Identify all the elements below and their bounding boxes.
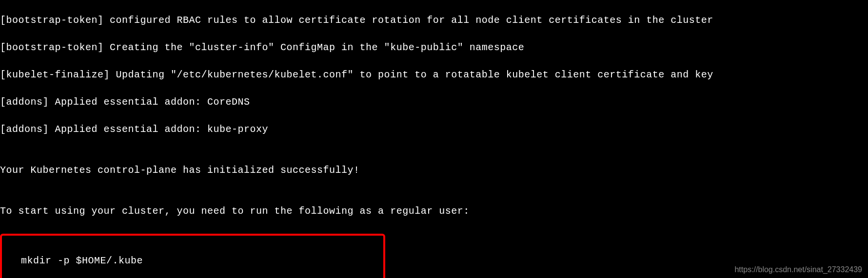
output-line: [kubelet-finalize] Updating "/etc/kubern… bbox=[0, 68, 868, 82]
command-line: mkdir -p $HOME/.kube bbox=[9, 254, 376, 268]
output-line: [addons] Applied essential addon: CoreDN… bbox=[0, 95, 868, 109]
output-line: [addons] Applied essential addon: kube-p… bbox=[0, 123, 868, 136]
terminal-output: [bootstrap-token] configured RBAC rules … bbox=[0, 0, 868, 278]
watermark-text: https://blog.csdn.net/sinat_27332439 bbox=[734, 264, 862, 275]
output-line: Your Kubernetes control-plane has initia… bbox=[0, 164, 868, 177]
output-line: [bootstrap-token] Creating the "cluster-… bbox=[0, 41, 868, 55]
output-line: [bootstrap-token] configured RBAC rules … bbox=[0, 14, 868, 27]
command-highlight-box: mkdir -p $HOME/.kube sudo cp -i /etc/kub… bbox=[0, 234, 385, 278]
output-line: To start using your cluster, you need to… bbox=[0, 204, 868, 218]
